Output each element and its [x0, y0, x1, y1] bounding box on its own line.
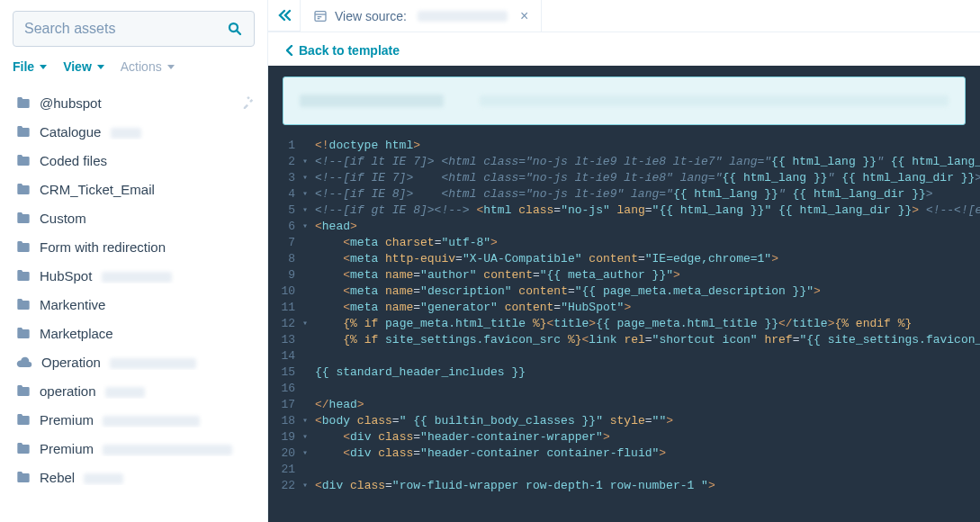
fold-toggle[interactable]: ▾	[299, 186, 311, 202]
folder-icon	[16, 298, 31, 310]
folder-icon	[16, 96, 31, 109]
folder-icon	[16, 442, 31, 454]
search-icon	[227, 21, 243, 37]
redacted-text	[103, 445, 232, 455]
tree-label: Operation	[41, 355, 255, 370]
code-content: <!--[if IE 7]> <html class="no-js lt-ie9…	[311, 170, 980, 186]
fold-toggle[interactable]: ▾	[299, 429, 311, 446]
tree-row[interactable]: Marketplace	[0, 319, 267, 347]
redacted-text	[102, 272, 172, 283]
code-line: 8 <meta http-equiv="X-UA-Compatible" con…	[268, 251, 980, 267]
line-number: 6	[268, 219, 299, 235]
code-content: {{ standard_header_includes }}	[311, 364, 526, 381]
code-line: 18▾<body class=" {{ builtin_body_classes…	[268, 413, 980, 429]
tree-row[interactable]: Catalogue	[0, 117, 267, 146]
tree-row[interactable]: Premium	[0, 434, 267, 463]
code-area[interactable]: 1<!doctype html>2▾<!--[if lt IE 7]> <htm…	[268, 138, 980, 522]
fold-toggle[interactable]: ▾	[299, 413, 311, 429]
fold-toggle	[299, 300, 311, 316]
tree-row[interactable]: Markentive	[0, 290, 267, 319]
tree-row[interactable]: HubSpot	[0, 261, 267, 290]
code-line: 6▾<head>	[268, 219, 980, 235]
tools-icon[interactable]	[242, 96, 255, 109]
fold-toggle	[299, 251, 311, 267]
tab-title: View source:	[335, 9, 407, 23]
folder-icon	[16, 125, 31, 138]
menu-file[interactable]: File	[13, 59, 47, 74]
code-line: 14	[268, 348, 980, 364]
line-number: 15	[268, 364, 299, 381]
code-content: <div class="row-fluid-wrapper row-depth-…	[311, 478, 715, 494]
tabstrip: View source: ×	[268, 0, 980, 32]
svg-line-1	[237, 31, 240, 34]
fold-toggle[interactable]: ▾	[299, 219, 311, 235]
fold-toggle	[299, 235, 311, 251]
search-input[interactable]	[24, 21, 227, 37]
fold-toggle[interactable]: ▾	[299, 202, 311, 219]
back-to-template-link[interactable]: Back to template	[286, 43, 400, 58]
code-content: <div class="header-container container-f…	[311, 446, 666, 462]
tree-label: Catalogue	[40, 124, 255, 140]
tree-row[interactable]: Rebel	[0, 463, 267, 491]
breadcrumb-row: Back to template	[268, 32, 980, 66]
tree-label: Rebel	[40, 470, 255, 485]
editor: 1<!doctype html>2▾<!--[if lt IE 7]> <htm…	[268, 66, 980, 522]
line-number: 4	[268, 186, 299, 202]
tree-label: Form with redirection	[40, 239, 255, 255]
code-content: <body class=" {{ builtin_body_classes }}…	[311, 413, 673, 429]
code-line: 13 {% if site_settings.favicon_src %}<li…	[268, 332, 980, 348]
line-number: 10	[268, 284, 299, 300]
tree-row[interactable]: Custom	[0, 203, 267, 232]
tree-row[interactable]: Coded files	[0, 146, 267, 175]
tree-row[interactable]: operation	[0, 376, 267, 405]
tree-label: Premium	[40, 441, 255, 456]
code-content: <meta name="author" content="{{ meta_aut…	[311, 267, 680, 284]
tree-label: Premium	[40, 412, 255, 428]
code-content: <!--[if lt IE 7]> <html class="no-js lt-…	[311, 154, 980, 170]
cloud-icon	[16, 356, 32, 368]
fold-toggle[interactable]: ▾	[299, 316, 311, 332]
tree-row[interactable]: CRM_Ticket_Email	[0, 175, 267, 203]
folder-icon	[16, 269, 31, 282]
line-number: 5	[268, 202, 299, 219]
fold-toggle[interactable]: ▾	[299, 154, 311, 170]
code-line: 12▾ {% if page_meta.html_title %}<title>…	[268, 316, 980, 332]
tree-row[interactable]: Premium	[0, 405, 267, 434]
line-number: 14	[268, 348, 299, 364]
code-line: 21	[268, 462, 980, 478]
line-number: 2	[268, 154, 299, 170]
back-link-label: Back to template	[299, 43, 400, 58]
redacted-text	[84, 473, 123, 484]
redacted-text	[480, 95, 949, 106]
tree-label: CRM_Ticket_Email	[40, 182, 255, 197]
fold-toggle[interactable]: ▾	[299, 478, 311, 494]
line-number: 19	[268, 429, 299, 446]
line-number: 7	[268, 235, 299, 251]
tree-label: @hubspot	[40, 95, 233, 111]
line-number: 9	[268, 267, 299, 284]
tree-row[interactable]: Form with redirection	[0, 232, 267, 261]
code-line: 22▾<div class="row-fluid-wrapper row-dep…	[268, 478, 980, 494]
code-content	[311, 462, 315, 478]
tree-row[interactable]: @hubspot	[0, 88, 267, 117]
line-number: 20	[268, 446, 299, 462]
search-wrap	[0, 0, 267, 56]
redacted-text	[111, 128, 141, 139]
caret-down-icon	[40, 65, 47, 69]
code-line: 20▾ <div class="header-container contain…	[268, 446, 980, 462]
asset-tree[interactable]: @hubspotCatalogue Coded filesCRM_Ticket_…	[0, 85, 267, 522]
tree-row[interactable]: Operation	[0, 347, 267, 376]
fold-toggle[interactable]: ▾	[299, 170, 311, 186]
fold-toggle[interactable]: ▾	[299, 446, 311, 462]
line-number: 1	[268, 138, 299, 154]
menu-view[interactable]: View	[63, 59, 104, 74]
search-box[interactable]	[13, 11, 255, 47]
chevron-left-icon	[286, 45, 293, 56]
line-number: 22	[268, 478, 299, 494]
collapse-sidebar-button[interactable]	[268, 0, 301, 32]
tab-view-source[interactable]: View source: ×	[301, 0, 542, 32]
line-number: 8	[268, 251, 299, 267]
line-number: 16	[268, 381, 299, 397]
tree-label: HubSpot	[40, 268, 255, 284]
close-tab-button[interactable]: ×	[520, 9, 528, 23]
